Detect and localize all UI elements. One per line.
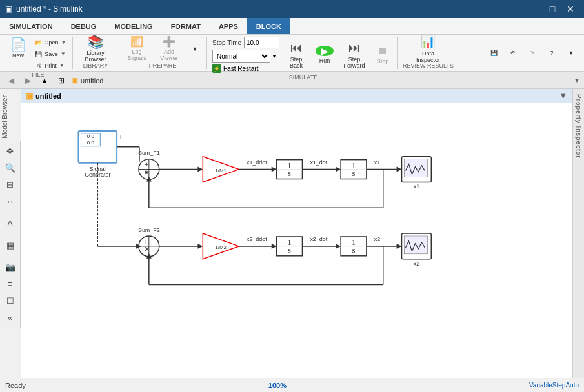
simulate-section: Stop Time Normal Accelerator Rapid Accel… — [210, 37, 398, 69]
save-dropdown-arrow: ▼ — [61, 51, 66, 57]
zoom-level: 100% — [268, 382, 287, 389]
save-toolbar-icon[interactable]: 💾 — [485, 45, 503, 61]
svg-marker-19 — [272, 167, 277, 172]
svg-text:x1: x1 — [374, 159, 380, 166]
checkbox-tool-button[interactable]: ☐ — [2, 293, 19, 308]
left-toolbar: ✥ 🔍 ⊟ ↔ A ▦ 📷 ≡ ☐ « — [0, 141, 21, 328]
log-signals-icon: 📶 — [130, 37, 143, 47]
back-button[interactable]: ◀ — [4, 74, 18, 87]
svg-marker-25 — [336, 167, 341, 172]
prepare-chevron-icon: ▼ — [192, 46, 198, 52]
review-section-label: REVIEW RESULTS — [403, 63, 454, 69]
redo-button[interactable]: ↷ — [523, 45, 541, 61]
svg-text:x2_ddot: x2_ddot — [247, 236, 267, 242]
log-signals-button[interactable]: 📶 Log Signals — [121, 37, 152, 61]
step-forward-button[interactable]: ⏭ Step Forward — [340, 43, 368, 66]
run-icon: ▶ — [316, 46, 334, 56]
svg-text:s: s — [288, 168, 291, 178]
forward-button[interactable]: ▶ — [21, 74, 35, 87]
stop-time-label: Stop Time — [212, 39, 241, 46]
svg-text:0 0: 0 0 — [87, 140, 95, 146]
window-controls: — □ ✕ — [526, 3, 579, 15]
svg-text:x2: x2 — [414, 260, 419, 267]
maximize-button[interactable]: □ — [544, 3, 561, 15]
diagram-canvas[interactable]: 0 0 0 0 F Signal Generator + + ✕ Sum_F1 — [21, 89, 572, 378]
stop-icon: ⏹ — [378, 45, 388, 57]
save-button[interactable]: 💾 Save ▼ — [31, 48, 70, 59]
solver-label: VariableStepAuto — [529, 382, 579, 389]
svg-text:s: s — [288, 245, 291, 255]
data-inspector-button[interactable]: 📊 Data Inspector — [410, 37, 445, 61]
svg-text:x1: x1 — [414, 183, 419, 190]
menu-debug[interactable]: DEBUG — [62, 18, 106, 34]
main-toolbar: 📄 New 📂 Open ▼ 💾 Save ▼ 🖨 Print ▼ — [0, 35, 584, 72]
simulation-mode-select[interactable]: Normal Accelerator Rapid Accelerator — [212, 50, 270, 63]
svg-text:x2: x2 — [374, 236, 380, 242]
undo-button[interactable]: ↶ — [504, 45, 522, 61]
library-section: 📚 Library Browser LIBRARY — [76, 37, 116, 69]
open-button[interactable]: 📂 Open ▼ — [31, 37, 70, 48]
close-button[interactable]: ✕ — [562, 3, 579, 15]
property-inspector-label: Property Inspector — [575, 94, 582, 159]
model-browser-label: Model Browser — [1, 95, 8, 139]
menu-block[interactable]: BLOCK — [247, 18, 290, 34]
help-button[interactable]: ? — [543, 45, 561, 61]
minimize-button[interactable]: — — [526, 3, 543, 15]
svg-text:F: F — [120, 133, 124, 140]
menu-modeling[interactable]: MODELING — [105, 18, 161, 34]
text-tool-button[interactable]: A — [2, 215, 19, 231]
hand-tool-button[interactable]: ✥ — [2, 143, 19, 159]
svg-marker-44 — [197, 244, 203, 249]
menu-format[interactable]: FORMAT — [162, 18, 210, 34]
save-icon: 💾 — [35, 51, 42, 57]
zoom-fit-button[interactable]: ⊟ — [2, 177, 19, 192]
stop-time-input[interactable] — [244, 37, 279, 48]
menu-simulation[interactable]: SIMULATION — [0, 18, 62, 34]
list-tool-button[interactable]: ≡ — [2, 276, 19, 291]
print-button[interactable]: 🖨 Print ▼ — [31, 60, 70, 71]
review-section: 📊 Data Inspector REVIEW RESULTS — [400, 37, 456, 69]
library-icon: 📚 — [88, 35, 104, 48]
main-area: Model Browser ✥ 🔍 ⊟ ↔ A ▦ 📷 ≡ ☐ « ▣ unti… — [0, 89, 584, 378]
svg-text:0 0: 0 0 — [87, 133, 95, 139]
add-viewer-icon: ➕ — [163, 37, 176, 47]
title-bar: ▣ untitled * - Simulink — □ ✕ — [0, 0, 584, 18]
library-section-label: LIBRARY — [83, 63, 108, 69]
prepare-more-button[interactable]: ▼ — [186, 37, 204, 61]
svg-text:s: s — [352, 168, 355, 178]
new-icon: 📄 — [10, 38, 26, 51]
library-browser-button[interactable]: 📚 Library Browser — [78, 37, 113, 61]
svg-text:+: + — [145, 161, 148, 168]
svg-marker-31 — [397, 167, 402, 172]
svg-text:✕: ✕ — [144, 169, 149, 176]
image-tool-button[interactable]: ▦ — [2, 237, 19, 253]
svg-text:x2_dot: x2_dot — [310, 236, 327, 242]
collapse-left-button[interactable]: « — [2, 309, 19, 325]
print-icon: 🖨 — [36, 63, 42, 69]
window-title: untitled * - Simulink — [16, 5, 83, 14]
svg-text:1/M2: 1/M2 — [215, 244, 227, 250]
model-icon: ▣ — [71, 76, 78, 85]
svg-text:x1_dot: x1_dot — [310, 159, 327, 166]
camera-tool-button[interactable]: 📷 — [2, 259, 19, 275]
add-viewer-button[interactable]: ➕ Add Viewer — [154, 37, 185, 61]
open-dropdown-arrow: ▼ — [61, 39, 66, 45]
menu-bar: SIMULATION DEBUG MODELING FORMAT APPS BL… — [0, 18, 584, 35]
svg-marker-48 — [272, 244, 277, 249]
right-sidebar: Property Inspector — [572, 89, 584, 378]
fast-restart-icon: ⚡ — [212, 64, 221, 73]
canvas-area: ▣ untitled ▼ 0 0 0 0 F Signal Generator … — [21, 89, 572, 378]
fit-button[interactable]: ⊞ — [54, 74, 68, 87]
svg-marker-15 — [197, 167, 203, 172]
new-button[interactable]: 📄 New — [6, 37, 30, 60]
up-button[interactable]: ▲ — [37, 74, 52, 87]
toolbar-more-button[interactable]: ▼ — [562, 45, 580, 61]
arrow-tool-button[interactable]: ↔ — [2, 193, 19, 209]
step-back-button[interactable]: ⏮ Step Back — [283, 43, 309, 66]
dropdown-chevron-icon: ▼ — [574, 77, 580, 84]
step-back-icon: ⏮ — [290, 41, 302, 55]
run-button[interactable]: ▶ Run — [312, 43, 337, 66]
stop-button[interactable]: ⏹ Stop — [371, 43, 394, 66]
menu-apps[interactable]: APPS — [210, 18, 247, 34]
zoom-in-button[interactable]: 🔍 — [2, 160, 19, 175]
